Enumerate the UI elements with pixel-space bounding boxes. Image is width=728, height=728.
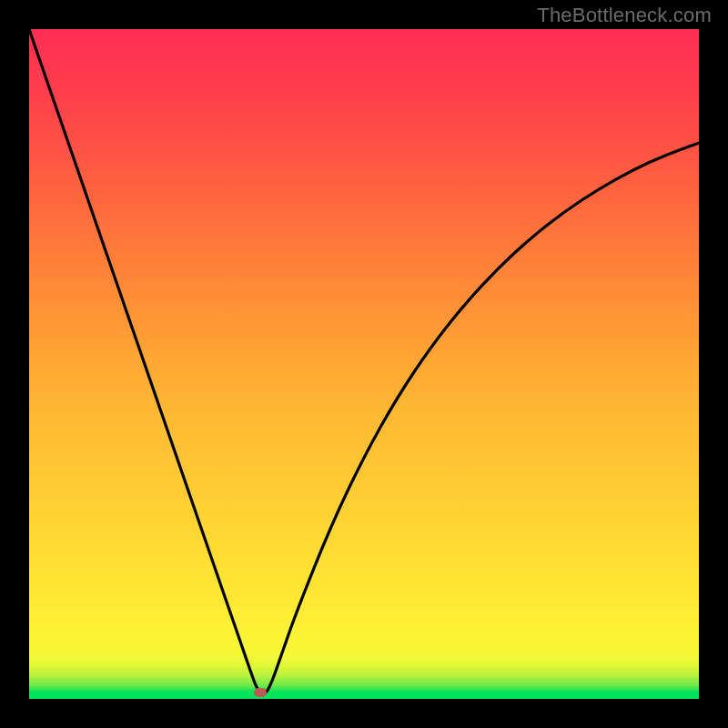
chart-frame: TheBottleneck.com — [0, 0, 728, 728]
watermark-text: TheBottleneck.com — [537, 4, 712, 27]
gradient-background — [29, 29, 699, 699]
plot-area — [29, 29, 699, 699]
optimal-point-marker — [254, 688, 267, 697]
